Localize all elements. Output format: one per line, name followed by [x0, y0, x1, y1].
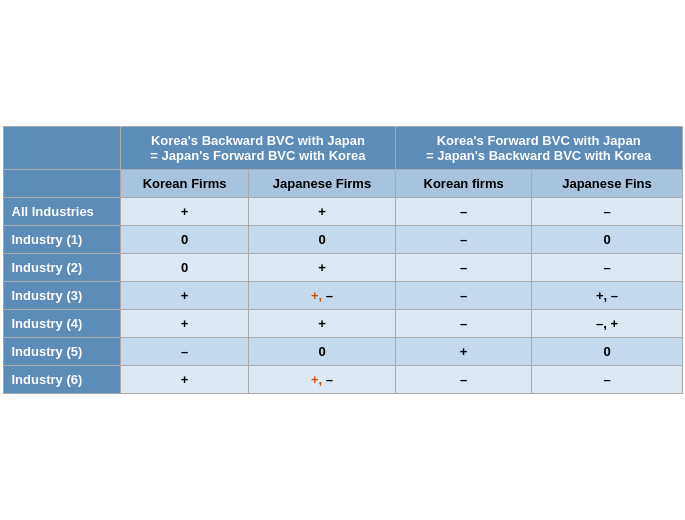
group1-title1: Korea's Backward BVC with Japan	[129, 133, 387, 148]
bvc1-japanese: +	[249, 198, 396, 226]
bvc1-korean: +	[121, 282, 249, 310]
main-table: Korea's Backward BVC with Japan = Japan'…	[3, 126, 683, 394]
bvc2-japanese: –	[532, 254, 682, 282]
bvc2-korean: +	[395, 338, 532, 366]
bvc2-japanese: –	[532, 198, 682, 226]
row-label: Industry (5)	[3, 338, 121, 366]
table-row: Industry (4)++––, +	[3, 310, 682, 338]
group2-header: Korea's Forward BVC with Japan = Japan's…	[395, 127, 682, 170]
group2-title1: Korea's Forward BVC with Japan	[404, 133, 674, 148]
subheader-g2-col2: Japanese Fins	[532, 170, 682, 198]
row-label: Industry (2)	[3, 254, 121, 282]
bvc1-japanese: +	[249, 254, 396, 282]
bvc1-japanese: +, –	[249, 282, 396, 310]
row-label: Industry (3)	[3, 282, 121, 310]
bvc2-japanese: 0	[532, 338, 682, 366]
table-row: Industry (5)–0+0	[3, 338, 682, 366]
bvc2-korean: –	[395, 366, 532, 394]
table-row: Industry (3)++, ––+, –	[3, 282, 682, 310]
bvc2-japanese: –, +	[532, 310, 682, 338]
group2-title2: = Japan's Backward BVC with Korea	[404, 148, 674, 163]
group1-header: Korea's Backward BVC with Japan = Japan'…	[121, 127, 396, 170]
subheader-g2-col1: Korean firms	[395, 170, 532, 198]
bvc2-korean: –	[395, 310, 532, 338]
row-label: Industry (4)	[3, 310, 121, 338]
bvc2-korean: –	[395, 282, 532, 310]
group1-title2: = Japan's Forward BVC with Korea	[129, 148, 387, 163]
bvc1-japanese: +	[249, 310, 396, 338]
table-row: Industry (1)00–0	[3, 226, 682, 254]
bvc2-korean: –	[395, 198, 532, 226]
bvc1-korean: +	[121, 366, 249, 394]
bvc2-korean: –	[395, 254, 532, 282]
bvc2-korean: –	[395, 226, 532, 254]
table-row: Industry (6)++, –––	[3, 366, 682, 394]
corner-cell	[3, 127, 121, 170]
row-label: Industry (1)	[3, 226, 121, 254]
bvc2-japanese: +, –	[532, 282, 682, 310]
bvc1-korean: +	[121, 198, 249, 226]
subheader-g1-col1: Korean Firms	[121, 170, 249, 198]
table-row: All Industries++––	[3, 198, 682, 226]
bvc1-korean: 0	[121, 226, 249, 254]
table-container: Korea's Backward BVC with Japan = Japan'…	[3, 126, 683, 394]
bvc1-japanese: 0	[249, 338, 396, 366]
bvc1-korean: –	[121, 338, 249, 366]
row-label: Industry (6)	[3, 366, 121, 394]
bvc2-japanese: –	[532, 366, 682, 394]
bvc1-korean: 0	[121, 254, 249, 282]
subheader-corner	[3, 170, 121, 198]
row-label: All Industries	[3, 198, 121, 226]
subheader-g1-col2: Japanese Firms	[249, 170, 396, 198]
table-row: Industry (2)0+––	[3, 254, 682, 282]
bvc1-korean: +	[121, 310, 249, 338]
bvc1-japanese: 0	[249, 226, 396, 254]
bvc1-japanese: +, –	[249, 366, 396, 394]
bvc2-japanese: 0	[532, 226, 682, 254]
